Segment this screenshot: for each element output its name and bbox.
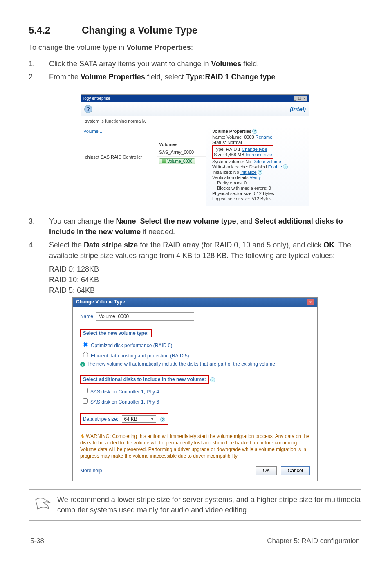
system-status: system is functioning normally.: [81, 116, 309, 126]
name-label: Name:: [80, 314, 94, 319]
page-footer: 5-38 Chapter 5: RAID configuration: [29, 537, 361, 545]
window-titlebar: logy enterprise _ ☐ ×: [81, 95, 309, 102]
wb-line: Write-back cache: Disabled: [212, 164, 268, 169]
enable-link[interactable]: Enable: [268, 164, 282, 169]
ok-button[interactable]: OK: [256, 466, 277, 475]
sysvol-line: System volume: No: [212, 159, 252, 164]
verify-link[interactable]: Verify: [250, 175, 261, 180]
initialize-link[interactable]: Initialize: [240, 170, 257, 175]
hint-icon[interactable]: ?: [283, 164, 288, 169]
name-input[interactable]: Volume_0000: [96, 312, 194, 321]
stripe-size-select[interactable]: 64 KB▼: [122, 415, 156, 423]
warning-text: WARNING: Completing this action will imm…: [80, 433, 309, 459]
raid0-line: RAID 0: 128KB: [49, 264, 361, 274]
volume-button[interactable]: Volume_0000: [159, 158, 195, 164]
parity-line: Parity errors: 0: [212, 180, 305, 185]
col-volumes: Volumes: [157, 141, 206, 148]
screenshot-volume-properties: logy enterprise _ ☐ × ? intel system is …: [81, 94, 309, 206]
step-3: 3. You can change the Name, Select the n…: [29, 216, 361, 237]
init-line: Initialized: No: [212, 170, 240, 175]
stripe-size-value: 64 KB: [124, 416, 137, 422]
highlight-change-type: Type: RAID 1 Change type Size: 4,468 MB …: [212, 145, 273, 159]
intro-bold: Volume Properties: [126, 43, 191, 52]
section-title: Changing a Volume Type: [82, 25, 197, 36]
raid5-label: Efficient data hosting and protection (R…: [91, 353, 189, 359]
disk1-label: SAS disk on Controller 1, Phy 4: [90, 389, 159, 395]
raid10-line: RAID 10: 64KB: [49, 274, 361, 285]
warning-icon: ⚠: [80, 433, 85, 439]
window-title: logy enterprise: [83, 96, 110, 101]
change-type-link[interactable]: Change type: [242, 147, 267, 152]
t: Type:RAID 1 Change type: [186, 73, 276, 81]
log-line: Logical sector size: 512 Bytes: [212, 196, 305, 201]
name-line: Name: Volume_0000: [212, 135, 256, 139]
t: OK: [323, 241, 334, 249]
intel-logo: intel: [290, 105, 306, 112]
t: Volume Properties: [81, 73, 145, 81]
info-icon: i: [80, 362, 85, 367]
rename-link[interactable]: Rename: [256, 135, 273, 139]
t: if needed.: [141, 228, 175, 236]
select-disks-header: Select additional disks to include in th…: [80, 375, 209, 384]
array-cell: SAS_Array_0000: [157, 148, 206, 157]
stripe-size-label: Data stripe size:: [83, 416, 118, 422]
t: for the RAID array (for RAID 0, 10 and 5…: [138, 241, 323, 249]
intro-post: :: [191, 43, 193, 52]
blocks-line: Blocks with media errors: 0: [212, 186, 305, 191]
increase-size-link[interactable]: Increase size: [246, 152, 272, 157]
t: From the: [49, 73, 81, 81]
t: Click the SATA array items you want to c…: [49, 60, 211, 68]
step-4: 4. Select the Data stripe size for the R…: [29, 240, 361, 261]
step-1: 1. Click the SATA array items you want t…: [29, 58, 361, 69]
t: .: [276, 73, 278, 81]
step-num: 1.: [29, 58, 49, 69]
dialog-titlebar: Change Volume Type ×: [73, 298, 317, 307]
raid5-radio[interactable]: [83, 352, 88, 357]
chevron-down-icon: ▼: [150, 417, 154, 421]
step-2: 2 From the Volume Properties field, sele…: [29, 72, 361, 82]
intro-pre: To change the volume type in: [29, 43, 126, 52]
verif-line: Verification details: [212, 175, 250, 180]
step-num: 2: [29, 72, 49, 82]
hint-icon[interactable]: ?: [258, 170, 262, 175]
section-heading: 5.4.2Changing a Volume Type: [29, 25, 361, 36]
disk1-checkbox[interactable]: [83, 388, 88, 393]
t: field.: [241, 60, 259, 68]
step-num: 3.: [29, 216, 49, 237]
vol-prop-header: Volume Properties: [212, 129, 251, 134]
select-type-header: Select the new volume type:: [80, 329, 152, 337]
t: Data stripe size: [84, 241, 138, 249]
t: Select the: [49, 241, 84, 249]
window-buttons[interactable]: _ ☐ ×: [294, 96, 307, 101]
status-line: Status: Normal: [212, 140, 305, 145]
t: Name: [116, 217, 136, 225]
hint-icon[interactable]: ?: [252, 129, 257, 134]
t: field, select: [145, 73, 186, 81]
chapter-label: Chapter 5: RAID configuration: [267, 537, 360, 545]
info-text: The new volume will automatically includ…: [87, 361, 276, 367]
step-num: 4.: [29, 240, 49, 261]
section-number: 5.4.2: [29, 25, 82, 36]
more-help-link[interactable]: More help: [80, 468, 102, 474]
help-icon[interactable]: ?: [84, 105, 92, 113]
t: ,: [136, 217, 140, 225]
t: , and: [236, 217, 255, 225]
size-line: Size: 4,468 MB: [214, 152, 246, 157]
delete-volume-link[interactable]: Delete volume: [252, 159, 281, 164]
note-icon: [29, 497, 57, 513]
t: You can change the: [49, 217, 116, 225]
cancel-button[interactable]: Cancel: [281, 466, 310, 475]
volume-link[interactable]: Volume...: [83, 129, 206, 134]
type-line: Type: RAID 1: [214, 147, 242, 152]
raid0-radio[interactable]: [83, 342, 88, 347]
hint-icon[interactable]: ?: [210, 377, 215, 382]
t: Volumes: [211, 60, 242, 68]
disk2-label: SAS disk on Controller 1, Phy 6: [90, 399, 159, 405]
dialog-title: Change Volume Type: [76, 299, 125, 305]
t: Select the new volume type: [140, 217, 236, 225]
close-icon[interactable]: ×: [307, 299, 314, 305]
hint-icon[interactable]: ?: [160, 417, 165, 422]
phys-line: Physical sector size: 512 Bytes: [212, 191, 305, 196]
note-text: We recommend a lower stripe size for ser…: [57, 495, 361, 515]
disk2-checkbox[interactable]: [83, 398, 88, 404]
